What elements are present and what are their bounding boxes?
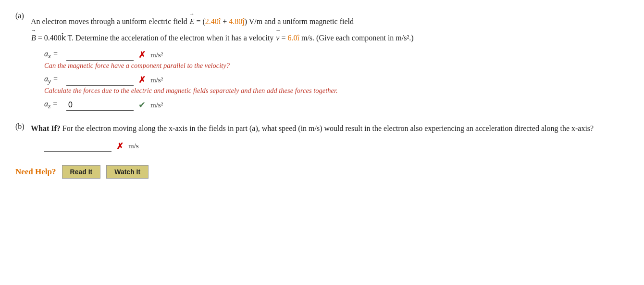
v-value: 6.0î — [288, 34, 299, 42]
need-help-section: Need Help? Read It Watch It — [15, 165, 629, 179]
part-b-wrong-icon: ✗ — [116, 141, 124, 152]
ay-label: ay = — [44, 75, 62, 85]
read-it-button[interactable]: Read It — [62, 165, 101, 179]
ay-unit: m/s² — [150, 76, 163, 84]
ax-unit: m/s² — [150, 51, 163, 59]
v-vector: →v — [275, 28, 279, 44]
part-b-unit: m/s — [128, 142, 139, 150]
part-b-input[interactable] — [44, 141, 111, 152]
part-a-label: (a) An electron moves through a uniform … — [15, 12, 629, 45]
ay-wrong-icon: ✗ — [138, 75, 146, 85]
E-component-j: 4.80ĵ — [229, 17, 244, 26]
ay-input[interactable] — [66, 75, 134, 86]
part-a: (a) An electron moves through a uniform … — [15, 12, 629, 111]
ay-hint: Calculate the forces due to the electric… — [44, 87, 629, 95]
ax-label: ax = — [44, 50, 62, 60]
az-unit: m/s² — [150, 101, 163, 109]
part-a-letter: (a) — [15, 12, 31, 20]
part-b-letter: (b) — [15, 122, 31, 131]
need-help-label: Need Help? — [15, 167, 56, 177]
ax-wrong-icon: ✗ — [138, 50, 146, 60]
ay-row: ay = ✗ m/s² — [44, 75, 629, 86]
what-if-bold: What If? — [31, 124, 61, 132]
az-label: az = — [44, 100, 62, 110]
watch-it-button[interactable]: Watch It — [106, 165, 149, 179]
E-component-i: 2.40î — [205, 17, 221, 26]
B-vector: →B — [31, 28, 36, 44]
az-input[interactable] — [66, 100, 134, 111]
ax-row: ax = ✗ m/s² — [44, 50, 629, 61]
az-correct-icon: ✔ — [138, 100, 146, 110]
ax-input[interactable] — [66, 50, 134, 61]
part-b: (b) What If? For the electron moving alo… — [15, 122, 629, 152]
E-vector: →E — [189, 12, 195, 28]
part-b-answer-row: ✗ m/s — [44, 141, 629, 152]
ax-hint: Can the magnetic force have a component … — [44, 62, 629, 70]
part-a-text: An electron moves through a uniform elec… — [31, 12, 629, 45]
part-b-text: What If? For the electron moving along t… — [31, 122, 629, 135]
az-row: az = ✔ m/s² — [44, 100, 629, 111]
part-b-label: (b) What If? For the electron moving alo… — [15, 122, 629, 135]
